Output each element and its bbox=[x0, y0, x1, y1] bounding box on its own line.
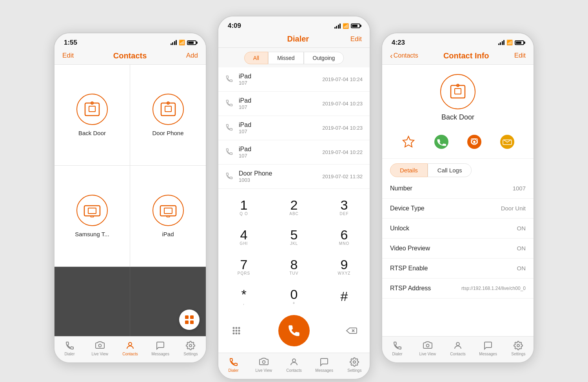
key-letters-2: ABC bbox=[289, 212, 299, 216]
tab-bar-dialer: Dialer Live View Contacts Messages bbox=[218, 353, 370, 379]
camera-button-info[interactable] bbox=[465, 132, 484, 151]
tab-messages-2[interactable]: Messages bbox=[312, 357, 336, 373]
tab-dialer-2[interactable]: Dialer bbox=[222, 357, 245, 373]
contact-cell-doorphone[interactable]: Door Phone bbox=[130, 65, 206, 166]
key-star[interactable]: * , bbox=[226, 282, 261, 310]
tab-liveview-1[interactable]: Live View bbox=[88, 340, 112, 356]
key-letters-9: WXYZ bbox=[338, 271, 351, 275]
back-button-contact-info[interactable]: ‹ Contacts bbox=[390, 51, 418, 60]
info-label-number: Number bbox=[390, 185, 412, 192]
contact-cell-samsung[interactable]: Samsung T... bbox=[54, 166, 130, 267]
favorite-button[interactable] bbox=[399, 132, 418, 151]
tab-messages-1[interactable]: Messages bbox=[149, 340, 172, 356]
call-button[interactable] bbox=[278, 315, 310, 346]
edit-button-contact-info[interactable]: Edit bbox=[514, 52, 526, 60]
contact-icon-samsung bbox=[76, 195, 108, 226]
svg-point-26 bbox=[238, 330, 240, 332]
key-4[interactable]: 4 GHI bbox=[226, 223, 261, 251]
svg-rect-8 bbox=[84, 206, 100, 216]
call-log-item-2[interactable]: iPad 107 2019-07-04 10:23 bbox=[218, 116, 370, 140]
tab-contacts-1[interactable]: Contacts bbox=[118, 340, 142, 356]
contact-info-actions bbox=[382, 128, 534, 159]
key-8[interactable]: 8 TUV bbox=[276, 252, 312, 281]
tab-label-liveview-1: Live View bbox=[91, 352, 108, 356]
tab-outgoing[interactable]: Outgoing bbox=[304, 52, 344, 64]
svg-rect-13 bbox=[167, 216, 170, 217]
tab-dialer-1[interactable]: Dialer bbox=[58, 340, 82, 356]
info-value-device-type: Door Unit bbox=[501, 205, 526, 212]
tab-settings-3[interactable]: Settings bbox=[506, 340, 530, 356]
tab-liveview-2[interactable]: Live View bbox=[252, 357, 276, 373]
tab-dialer-3[interactable]: Dialer bbox=[386, 340, 409, 356]
status-icons-2: 📶 bbox=[334, 23, 361, 29]
svg-point-28 bbox=[236, 333, 238, 335]
contact-cell-ipad[interactable]: iPad bbox=[130, 166, 206, 267]
call-log-item-3[interactable]: iPad 107 2019-07-04 10:22 bbox=[218, 140, 370, 165]
nav-bar-contacts: Edit Contacts Add bbox=[54, 49, 206, 65]
phone-icon-1 bbox=[65, 340, 75, 351]
svg-rect-16 bbox=[185, 320, 189, 324]
info-label-unlock: Unlock bbox=[390, 225, 409, 232]
phone-icon-3 bbox=[392, 340, 403, 351]
call-log-item-1[interactable]: iPad 107 2019-07-04 10:23 bbox=[218, 92, 370, 116]
tab-call-logs[interactable]: Call Logs bbox=[428, 163, 472, 177]
svg-point-32 bbox=[262, 361, 265, 364]
tab-label-settings-1: Settings bbox=[183, 352, 198, 356]
contact-cell-backdoor[interactable]: Back Door bbox=[54, 65, 130, 166]
tab-label-messages-2: Messages bbox=[315, 368, 333, 373]
key-3[interactable]: 3 DEF bbox=[327, 193, 362, 221]
tab-contacts-3[interactable]: Contacts bbox=[446, 340, 470, 356]
tab-missed[interactable]: Missed bbox=[268, 52, 303, 64]
person-icon-2 bbox=[289, 357, 299, 367]
key-7[interactable]: 7 PQRS bbox=[226, 252, 261, 281]
key-6[interactable]: 6 MNO bbox=[327, 223, 362, 251]
tab-details[interactable]: Details bbox=[390, 163, 428, 177]
tab-all[interactable]: All bbox=[244, 52, 269, 64]
call-log-item-0[interactable]: iPad 107 2019-07-04 10:24 bbox=[218, 67, 370, 92]
status-time-3: 4:23 bbox=[392, 39, 405, 47]
tab-liveview-3[interactable]: Live View bbox=[416, 340, 439, 356]
tab-messages-3[interactable]: Messages bbox=[476, 340, 500, 356]
key-1[interactable]: 1 Q O bbox=[226, 193, 261, 221]
info-row-video-preview: Video Preview ON bbox=[382, 239, 534, 259]
call-log-time-3: 2019-07-04 10:22 bbox=[322, 149, 363, 155]
svg-point-47 bbox=[456, 342, 459, 346]
key-letters-8: TUV bbox=[290, 271, 299, 275]
key-0[interactable]: 0 + bbox=[276, 282, 312, 310]
call-button-info[interactable] bbox=[432, 132, 451, 151]
svg-point-46 bbox=[426, 344, 429, 347]
key-2[interactable]: 2 ABC bbox=[276, 193, 312, 221]
dialer-title: Dialer bbox=[287, 34, 309, 43]
key-hash[interactable]: # bbox=[327, 282, 362, 310]
tab-settings-2[interactable]: Settings bbox=[343, 357, 366, 373]
message-button-info[interactable] bbox=[498, 132, 517, 151]
key-digit-6: 6 bbox=[341, 228, 348, 241]
key-5[interactable]: 5 JKL bbox=[276, 223, 312, 251]
message-icon-1 bbox=[155, 340, 165, 351]
nav-bar-contact-info: ‹ Contacts Contact Info Edit bbox=[382, 49, 534, 65]
contacts-screen: 1:55 📶 Edit Contacts Add bbox=[54, 33, 207, 363]
status-bar-3: 4:23 📶 bbox=[382, 33, 534, 49]
grid-view-button[interactable] bbox=[179, 310, 200, 330]
dialpad-toggle-button[interactable] bbox=[226, 320, 247, 341]
call-log-time-0: 2019-07-04 10:24 bbox=[322, 76, 363, 82]
tab-settings-1[interactable]: Settings bbox=[179, 340, 202, 356]
svg-rect-36 bbox=[455, 89, 461, 94]
svg-point-21 bbox=[233, 327, 235, 329]
contact-info-title: Contact Info bbox=[443, 51, 489, 60]
key-9[interactable]: 9 WXYZ bbox=[327, 252, 362, 281]
tab-contacts-2[interactable]: Contacts bbox=[282, 357, 306, 373]
svg-point-29 bbox=[238, 333, 240, 335]
backspace-button[interactable] bbox=[341, 320, 362, 341]
svg-rect-5 bbox=[165, 106, 171, 112]
edit-button-dialer[interactable]: Edit bbox=[350, 35, 362, 43]
call-log-item-4[interactable]: Door Phone 1003 2019-07-02 11:32 bbox=[218, 165, 370, 189]
svg-point-48 bbox=[517, 344, 519, 347]
add-button-contacts[interactable]: Add bbox=[186, 52, 198, 60]
call-log-time-4: 2019-07-02 11:32 bbox=[322, 174, 363, 179]
dialer-screen: 4:09 📶 Dialer Edit All Missed Outgoing bbox=[218, 16, 370, 380]
tab-label-dialer-1: Dialer bbox=[65, 352, 75, 356]
edit-button-contacts[interactable]: Edit bbox=[62, 52, 74, 60]
contact-name-backdoor: Back Door bbox=[78, 130, 106, 136]
call-log-info-3: iPad 107 bbox=[239, 146, 322, 159]
